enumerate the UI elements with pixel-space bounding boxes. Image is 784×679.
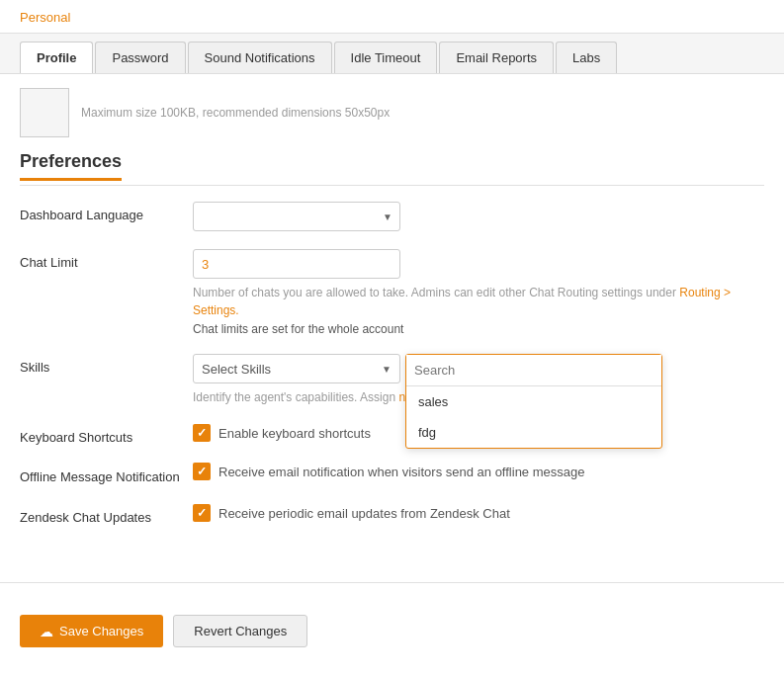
revert-button[interactable]: Revert Changes [173, 615, 307, 647]
offline-message-checkbox-wrapper: Receive email notification when visitors… [193, 463, 764, 480]
dashboard-language-dropdown-wrapper: ▼ [193, 202, 400, 231]
chat-limit-hint: Number of chats you are allowed to take.… [193, 284, 764, 319]
zendesk-updates-checkbox-label: Receive periodic email updates from Zend… [218, 506, 510, 521]
dashboard-language-field: ▼ [193, 202, 764, 231]
tab-idle-timeout[interactable]: Idle Timeout [334, 42, 438, 73]
tab-labs[interactable]: Labs [556, 42, 617, 73]
offline-message-checkbox-label: Receive email notification when visitors… [218, 465, 584, 479]
breadcrumb: Personal [0, 0, 784, 34]
tab-email-reports[interactable]: Email Reports [439, 42, 554, 73]
select-skills-button[interactable]: Select Skills ▼ [193, 354, 400, 383]
keyboard-shortcuts-checkbox[interactable] [193, 424, 211, 442]
skills-field: Select Skills ▼ sales fdg Identify the a… [193, 354, 764, 406]
chat-limit-hint2: Chat limits are set for the whole accoun… [193, 322, 764, 336]
chat-limit-input[interactable] [193, 249, 400, 279]
skills-item-sales[interactable]: sales [406, 386, 661, 417]
offline-message-checkbox[interactable] [193, 463, 211, 480]
chat-limit-label: Chat Limit [20, 249, 193, 270]
keyboard-shortcuts-checkbox-label: Enable keyboard shortcuts [218, 426, 371, 441]
avatar [20, 88, 69, 137]
zendesk-updates-checkbox[interactable] [193, 504, 211, 522]
zendesk-updates-label: Zendesk Chat Updates [20, 504, 193, 525]
tab-bar: Profile Password Sound Notifications Idl… [0, 34, 784, 74]
offline-message-row: Offline Message Notification Receive ema… [20, 463, 764, 486]
chat-limit-field: Number of chats you are allowed to take.… [193, 249, 764, 336]
avatar-row: Maximum size 100KB, recommended dimensio… [20, 74, 764, 147]
preferences-heading: Preferences [20, 151, 122, 181]
save-icon: ☁ [40, 624, 53, 639]
skills-search-input[interactable] [406, 355, 661, 386]
footer-buttons: ☁ Save Changes Revert Changes [0, 603, 784, 659]
zendesk-updates-checkbox-wrapper: Receive periodic email updates from Zend… [193, 504, 764, 522]
offline-message-field: Receive email notification when visitors… [193, 463, 764, 480]
avatar-hint: Maximum size 100KB, recommended dimensio… [81, 104, 390, 122]
tab-sound-notifications[interactable]: Sound Notifications [188, 42, 332, 73]
save-button[interactable]: ☁ Save Changes [20, 615, 163, 647]
offline-message-label: Offline Message Notification [20, 463, 193, 486]
zendesk-updates-field: Receive periodic email updates from Zend… [193, 504, 764, 522]
zendesk-updates-row: Zendesk Chat Updates Receive periodic em… [20, 504, 764, 525]
skills-popup: sales fdg [405, 354, 662, 449]
keyboard-shortcuts-label: Keyboard Shortcuts [20, 424, 193, 445]
tab-password[interactable]: Password [95, 42, 185, 73]
dashboard-language-select[interactable] [193, 202, 400, 231]
tab-profile[interactable]: Profile [20, 42, 93, 73]
dashboard-language-label: Dashboard Language [20, 202, 193, 222]
skills-label: Skills [20, 354, 193, 375]
skills-container: Select Skills ▼ sales fdg [193, 354, 764, 383]
skills-item-fdg[interactable]: fdg [406, 417, 661, 448]
chat-limit-row: Chat Limit Number of chats you are allow… [20, 249, 764, 336]
skills-dropdown-arrow-icon: ▼ [382, 364, 392, 375]
skills-row: Skills Select Skills ▼ sales fdg Identif… [20, 354, 764, 406]
dashboard-language-row: Dashboard Language ▼ [20, 202, 764, 231]
